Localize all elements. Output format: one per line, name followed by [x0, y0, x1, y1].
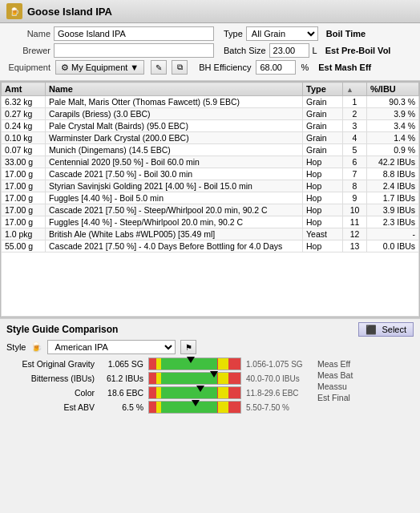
cell-amt: 0.24 kg — [2, 120, 46, 132]
metric-range: 1.056-1.075 SG — [246, 360, 314, 369]
cell-name: Cascade 2021 [7.50 %] - 4.0 Days Before … — [46, 240, 303, 252]
style-left: Style 🍺 American IPA ⚑ Est Original Grav… — [6, 340, 317, 415]
cell-pct: 42.2 IBUs — [367, 156, 419, 168]
equipment-button[interactable]: ⚙ My Equipment ▼ — [55, 60, 144, 75]
cell-name: Pale Crystal Malt (Bairds) (95.0 EBC) — [46, 120, 303, 132]
cell-num: 6 — [343, 156, 367, 168]
copy-icon-btn[interactable]: ⧉ — [172, 60, 188, 75]
style-dropdown[interactable]: American IPA — [47, 340, 176, 354]
metric-label: Est Original Gravity — [6, 359, 95, 369]
cell-pct: 1.7 IBUs — [367, 192, 419, 204]
form-section: Name Type All Grain Boil Time Brewer Bat… — [0, 23, 420, 81]
table-row[interactable]: 1.0 pkg British Ale (White Labs #WLP005)… — [2, 228, 419, 240]
cell-name: Warminster Dark Crystal (200.0 EBC) — [46, 132, 303, 144]
metric-value: 61.2 IBUs — [99, 374, 143, 383]
est-final-label: Est Final — [317, 393, 414, 402]
cell-type: Hop — [303, 180, 343, 192]
brewer-input[interactable] — [54, 43, 214, 58]
table-row[interactable]: 0.10 kg Warminster Dark Crystal (200.0 E… — [2, 132, 419, 144]
table-row[interactable]: 17.00 g Fuggles [4.40 %] - Boil 5.0 min … — [2, 192, 419, 204]
equipment-value: My Equipment — [71, 63, 127, 72]
cell-name: British Ale (White Labs #WLP005) [35.49 … — [46, 228, 303, 240]
cell-type: Grain — [303, 108, 343, 120]
cell-name: Fuggles [4.40 %] - Boil 5.0 min — [46, 192, 303, 204]
cell-num: 13 — [343, 240, 367, 252]
table-row[interactable]: 17.00 g Fuggles [4.40 %] - Steep/Whirlpo… — [2, 216, 419, 228]
cell-pct: 2.4 IBUs — [367, 180, 419, 192]
est-mash-label: Est Mash Eff — [318, 63, 371, 72]
cell-amt: 17.00 g — [2, 204, 46, 216]
col-header-type: Type — [303, 83, 343, 96]
cell-type: Hop — [303, 240, 343, 252]
table-row[interactable]: 0.27 kg Carapils (Briess) (3.0 EBC) Grai… — [2, 108, 419, 120]
metric-label: Color — [6, 388, 95, 398]
type-select[interactable]: All Grain — [246, 26, 318, 41]
cell-num: 4 — [343, 132, 367, 144]
table-row[interactable]: 33.00 g Centennial 2020 [9.50 %] - Boil … — [2, 156, 419, 168]
cell-amt: 6.32 kg — [2, 96, 46, 108]
cell-name: Fuggles [4.40 %] - Steep/Whirlpool 20.0 … — [46, 216, 303, 228]
bar-yellow-right — [218, 387, 229, 398]
select-icon: ⬛ — [365, 325, 377, 334]
cell-amt: 55.00 g — [2, 240, 46, 252]
table-row[interactable]: 17.00 g Cascade 2021 [7.50 %] - Steep/Wh… — [2, 204, 419, 216]
style-right: Meas Eff Meas Bat Meassu Est Final — [317, 340, 414, 415]
table-row[interactable]: 17.00 g Cascade 2021 [7.50 %] - Boil 30.… — [2, 168, 419, 180]
cell-pct: 8.8 IBUs — [367, 168, 419, 180]
cell-num: 11 — [343, 216, 367, 228]
table-row[interactable]: 0.07 kg Munich (Dingemans) (14.5 EBC) Gr… — [2, 144, 419, 156]
style-metric-row: Est Original Gravity 1.065 SG 1.056-1.07… — [6, 357, 314, 370]
metric-bar — [148, 386, 241, 399]
cell-name: Munich (Dingemans) (14.5 EBC) — [46, 144, 303, 156]
style-bottom-section: Style 🍺 American IPA ⚑ Est Original Grav… — [6, 340, 414, 415]
bar-marker — [210, 371, 218, 378]
metric-value: 18.6 EBC — [99, 388, 143, 398]
efficiency-label: BH Efficiency — [199, 63, 251, 72]
cell-type: Grain — [303, 120, 343, 132]
cell-pct: 0.9 % — [367, 144, 419, 156]
cell-amt: 0.07 kg — [2, 144, 46, 156]
gear-icon: ⚙ — [61, 63, 69, 73]
dropdown-arrow-icon: ▼ — [130, 63, 139, 72]
style-select-row: Style 🍺 American IPA ⚑ — [6, 340, 314, 354]
metric-range: 11.8-29.6 EBC — [246, 389, 314, 398]
cell-num: 12 — [343, 228, 367, 240]
batch-unit: L — [313, 46, 317, 55]
cell-name: Carapils (Briess) (3.0 EBC) — [46, 108, 303, 120]
style-metrics: Est Original Gravity 1.065 SG 1.056-1.07… — [6, 357, 314, 414]
cell-name: Pale Malt, Maris Otter (Thomas Fawcett) … — [46, 96, 303, 108]
cell-num: 5 — [343, 144, 367, 156]
table-row[interactable]: 55.00 g Cascade 2021 [7.50 %] - 4.0 Days… — [2, 240, 419, 252]
col-header-name: Name — [46, 83, 303, 96]
brewer-label: Brewer — [6, 46, 50, 55]
cell-pct: 3.9 IBUs — [367, 204, 419, 216]
style-edit-icon-btn[interactable]: ⚑ — [180, 340, 196, 354]
name-input[interactable] — [54, 26, 214, 41]
style-section: Style Guide Comparison ⬛ Select Style 🍺 … — [0, 317, 420, 418]
cell-pct: 3.9 % — [367, 108, 419, 120]
form-row-1: Name Type All Grain Boil Time — [6, 26, 414, 41]
efficiency-input[interactable] — [256, 60, 296, 75]
table-row[interactable]: 0.24 kg Pale Crystal Malt (Bairds) (95.0… — [2, 120, 419, 132]
cell-amt: 0.27 kg — [2, 108, 46, 120]
edit-icon-btn[interactable]: ✎ — [151, 60, 167, 75]
batch-label: Batch Size — [224, 46, 266, 55]
sort-up-icon: ▲ — [346, 86, 353, 94]
metric-label: Bitterness (IBUs) — [6, 374, 95, 383]
style-metric-row: Est ABV 6.5 % 5.50-7.50 % — [6, 401, 314, 414]
cell-num: 1 — [343, 96, 367, 108]
cell-amt: 17.00 g — [2, 180, 46, 192]
table-row[interactable]: 17.00 g Styrian Savinjski Golding 2021 [… — [2, 180, 419, 192]
select-button[interactable]: ⬛ Select — [358, 322, 414, 337]
batch-input[interactable] — [269, 43, 309, 58]
cell-num: 9 — [343, 192, 367, 204]
main-window: 🍺 Goose Island IPA Name Type All Grain B… — [0, 0, 420, 418]
cell-amt: 0.10 kg — [2, 132, 46, 144]
cell-num: 10 — [343, 204, 367, 216]
metric-bar — [148, 401, 241, 414]
table-row[interactable]: 6.32 kg Pale Malt, Maris Otter (Thomas F… — [2, 96, 419, 108]
boil-time-label: Boil Time — [326, 29, 365, 38]
cell-name: Styrian Savinjski Golding 2021 [4.00 %] … — [46, 180, 303, 192]
bar-yellow-right — [218, 373, 229, 384]
bar-green — [161, 387, 218, 398]
